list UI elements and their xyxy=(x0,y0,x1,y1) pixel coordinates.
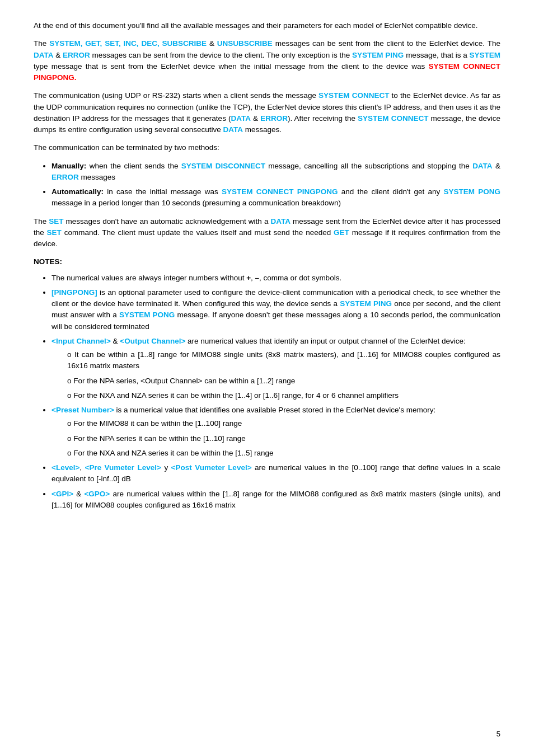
notes-section: NOTES: The numerical values are always i… xyxy=(34,256,500,511)
bullet-manually: Manually: when the client sends the SYST… xyxy=(51,161,500,184)
keyword-get: GET xyxy=(334,228,349,237)
paragraph-2: The SYSTEM, GET, SET, INC, DEC, SUBSCRIB… xyxy=(34,38,500,83)
bullet-automatically: Automatically: in case the initial messa… xyxy=(51,186,500,209)
keyword-output-channel: <Output Channel> xyxy=(120,337,185,345)
keyword-system-ping-2: SYSTEM PING xyxy=(340,299,392,308)
note-3-sub-1: It can be within a [1..8] range for MIMO… xyxy=(67,349,500,372)
note-3-subbullets: It can be within a [1..8] range for MIMO… xyxy=(67,349,500,401)
keyword-level: <Level> xyxy=(51,463,79,472)
keyword-error-2: ERROR xyxy=(260,114,288,123)
comma: , xyxy=(299,162,301,170)
keyword-system-connect-pingpong-red: SYSTEM CONNECT PINGPONG. xyxy=(34,62,500,82)
keyword-pingpong-bracket: [PINGPONG] xyxy=(51,288,97,297)
keyword-post-vumeter: <Post Vumeter Level> xyxy=(171,463,252,472)
termination-methods-list: Manually: when the client sends the SYST… xyxy=(51,161,500,209)
notes-label: NOTES: xyxy=(34,256,500,267)
keyword-gpo: <GPO> xyxy=(84,490,110,498)
notes-list: The numerical values are always integer … xyxy=(51,273,500,511)
note-4-sub-2: For the NPA series it can be within the … xyxy=(67,433,500,444)
paragraph-4: The communication can be terminated by t… xyxy=(34,142,500,153)
note-4-subbullets: For the MIMO88 it can be within the [1..… xyxy=(67,418,500,459)
keyword-unsubscribe: UNSUBSCRIBE xyxy=(217,39,273,48)
paragraph-5: The SET messages don't have an automatic… xyxy=(34,216,500,250)
keyword-error: ERROR xyxy=(63,51,90,59)
keyword-system-connect: SYSTEM CONNECT xyxy=(318,91,389,100)
keyword-gpi: <GPI> xyxy=(51,490,73,498)
note-1: The numerical values are always integer … xyxy=(51,273,500,284)
keyword-pre-vumeter: <Pre Vumeter Level> xyxy=(85,463,161,472)
note-6: <GPI> & <GPO> are numerical values withi… xyxy=(51,489,500,511)
keyword-system: SYSTEM xyxy=(470,51,501,59)
keyword-system-disconnect: SYSTEM DISCONNECT xyxy=(181,162,265,170)
keyword-data-4: DATA xyxy=(472,162,493,170)
note-3-sub-2: For the NPA series, <Output Channel> can… xyxy=(67,375,500,387)
bullet-automatically-label: Automatically: xyxy=(51,187,104,196)
keyword-system-connect-pingpong: SYSTEM CONNECT PINGPONG xyxy=(222,187,338,196)
page-content: At the end of this document you'll find … xyxy=(0,0,534,756)
note-2: [PINGPONG] is an optional parameter used… xyxy=(51,287,500,332)
keyword-system-connect-2: SYSTEM CONNECT xyxy=(358,114,428,123)
keyword-set: SET xyxy=(49,217,63,226)
note-4: <Preset Number> is a numerical value tha… xyxy=(51,405,500,459)
keyword-system-pong: SYSTEM PONG xyxy=(443,187,500,196)
note-3: <Input Channel> & <Output Channel> are n… xyxy=(51,336,500,401)
note-5: <Level>, <Pre Vumeter Level> y <Post Vum… xyxy=(51,462,500,485)
bullet-manually-label: Manually: xyxy=(51,162,86,170)
keyword-error-3: ERROR xyxy=(51,173,79,181)
keyword-data-3: DATA xyxy=(223,125,243,134)
keyword-input-channel: <Input Channel> xyxy=(51,337,111,345)
keyword-data-5: DATA xyxy=(270,217,291,226)
keyword-system-ping: SYSTEM PING xyxy=(352,51,404,59)
keyword-data: DATA xyxy=(34,51,54,59)
paragraph-3: The communication (using UDP or RS-232) … xyxy=(34,90,500,135)
note-3-sub-3: For the NXA and NZA series it can be wit… xyxy=(67,390,500,401)
keyword-system-get-set: SYSTEM, GET, SET, INC, DEC, SUBSCRIBE xyxy=(49,39,207,48)
minus-symbol: – xyxy=(255,274,260,282)
page-number: 5 xyxy=(496,729,500,740)
paragraph-1: At the end of this document you'll find … xyxy=(34,20,500,31)
note-4-sub-1: For the MIMO88 it can be within the [1..… xyxy=(67,418,500,429)
plus-symbol: + xyxy=(246,274,251,282)
note-4-sub-3: For the NXA and NZA series it can be wit… xyxy=(67,448,500,459)
keyword-preset-number: <Preset Number> xyxy=(51,406,114,414)
keyword-set-2: SET xyxy=(47,228,62,237)
keyword-data-2: DATA xyxy=(231,114,251,123)
keyword-system-pong-2: SYSTEM PONG xyxy=(119,311,175,319)
